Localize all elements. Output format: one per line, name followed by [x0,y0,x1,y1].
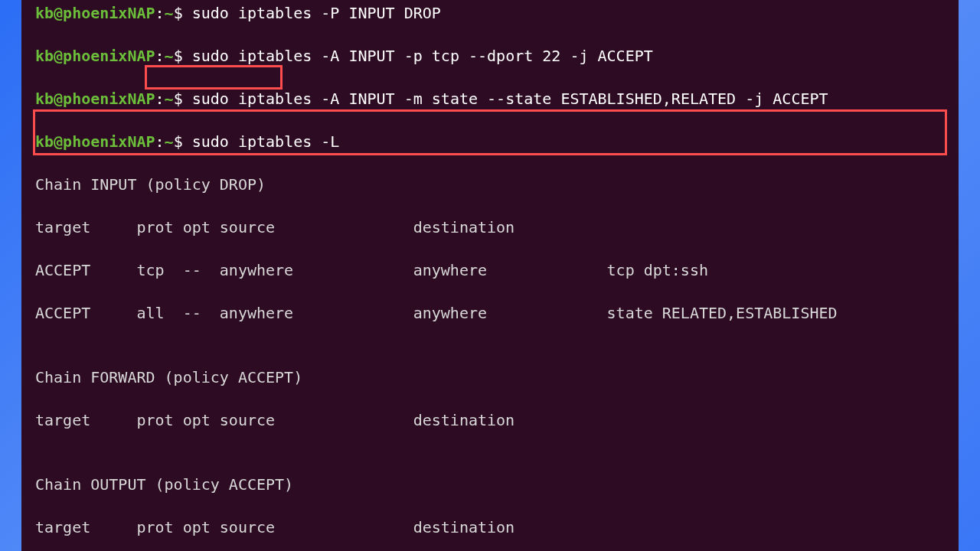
prompt-path: ~ [165,47,174,65]
prompt-dollar: $ [174,4,183,22]
prompt-sep: : [155,90,165,108]
prompt-path: ~ [165,132,174,151]
command-text: sudo iptables -L [192,132,340,151]
policy-drop-highlight [145,65,283,90]
command-line-1: kb@phoenixNAP:~$ sudo iptables -P INPUT … [35,2,945,24]
output-line: target prot opt source destination [35,517,945,538]
output-line: ACCEPT all -- anywhere anywhere state RE… [35,302,945,324]
prompt-path: ~ [165,90,174,108]
command-line-4: kb@phoenixNAP:~$ sudo iptables -L [35,131,945,152]
output-line: Chain INPUT (policy DROP) [35,174,945,195]
prompt-sep: : [155,132,165,151]
prompt-user: kb@phoenixNAP [35,47,155,65]
prompt-user: kb@phoenixNAP [35,132,155,151]
command-line-3: kb@phoenixNAP:~$ sudo iptables -A INPUT … [35,88,945,109]
command-text: sudo iptables -A INPUT -p tcp --dport 22… [192,47,653,65]
output-line: Chain OUTPUT (policy ACCEPT) [35,474,945,495]
prompt-dollar: $ [174,90,183,108]
output-line: target prot opt source destination [35,217,945,238]
prompt-dollar: $ [174,47,183,65]
command-text: sudo iptables -A INPUT -m state --state … [192,90,828,108]
command-text: sudo iptables -P INPUT DROP [192,4,441,22]
prompt-dollar: $ [174,132,183,151]
output-line: target prot opt source destination [35,409,945,431]
output-line: Chain FORWARD (policy ACCEPT) [35,367,945,388]
prompt-path: ~ [165,4,174,22]
output-line: ACCEPT tcp -- anywhere anywhere tcp dpt:… [35,259,945,281]
prompt-user: kb@phoenixNAP [35,4,155,22]
prompt-user: kb@phoenixNAP [35,90,155,108]
prompt-sep: : [155,47,165,65]
command-line-2: kb@phoenixNAP:~$ sudo iptables -A INPUT … [35,45,945,67]
prompt-sep: : [155,4,165,22]
terminal-window[interactable]: kb@phoenixNAP:~$ sudo iptables -P INPUT … [21,0,959,551]
